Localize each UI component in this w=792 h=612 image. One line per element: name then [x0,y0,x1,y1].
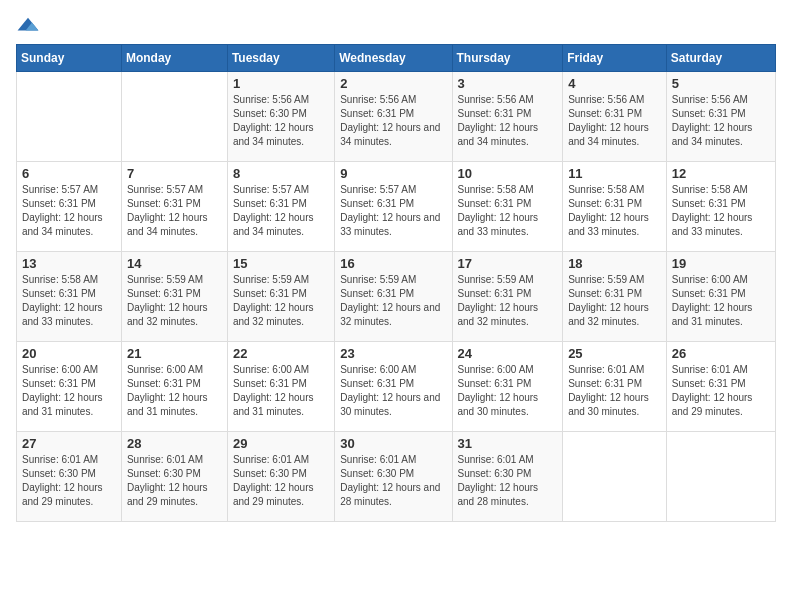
day-info: Sunrise: 6:00 AM Sunset: 6:31 PM Dayligh… [127,363,222,419]
calendar-header: SundayMondayTuesdayWednesdayThursdayFrid… [17,45,776,72]
calendar-cell: 7Sunrise: 5:57 AM Sunset: 6:31 PM Daylig… [121,162,227,252]
day-info: Sunrise: 5:56 AM Sunset: 6:30 PM Dayligh… [233,93,329,149]
day-info: Sunrise: 5:58 AM Sunset: 6:31 PM Dayligh… [458,183,558,239]
calendar-cell [121,72,227,162]
day-info: Sunrise: 6:00 AM Sunset: 6:31 PM Dayligh… [340,363,446,419]
calendar-cell: 4Sunrise: 5:56 AM Sunset: 6:31 PM Daylig… [563,72,667,162]
day-info: Sunrise: 5:58 AM Sunset: 6:31 PM Dayligh… [672,183,770,239]
calendar-week-row: 13Sunrise: 5:58 AM Sunset: 6:31 PM Dayli… [17,252,776,342]
logo [16,16,44,34]
calendar-cell [666,432,775,522]
day-number: 28 [127,436,222,451]
day-number: 16 [340,256,446,271]
day-number: 15 [233,256,329,271]
day-number: 5 [672,76,770,91]
calendar-cell: 18Sunrise: 5:59 AM Sunset: 6:31 PM Dayli… [563,252,667,342]
calendar-body: 1Sunrise: 5:56 AM Sunset: 6:30 PM Daylig… [17,72,776,522]
calendar-cell: 28Sunrise: 6:01 AM Sunset: 6:30 PM Dayli… [121,432,227,522]
weekday-header: Wednesday [335,45,452,72]
day-info: Sunrise: 6:00 AM Sunset: 6:31 PM Dayligh… [672,273,770,329]
calendar-cell: 26Sunrise: 6:01 AM Sunset: 6:31 PM Dayli… [666,342,775,432]
day-number: 10 [458,166,558,181]
day-number: 9 [340,166,446,181]
day-number: 18 [568,256,661,271]
day-info: Sunrise: 5:58 AM Sunset: 6:31 PM Dayligh… [568,183,661,239]
day-number: 12 [672,166,770,181]
page-header [16,16,776,34]
calendar-cell: 20Sunrise: 6:00 AM Sunset: 6:31 PM Dayli… [17,342,122,432]
calendar-week-row: 27Sunrise: 6:01 AM Sunset: 6:30 PM Dayli… [17,432,776,522]
day-info: Sunrise: 5:59 AM Sunset: 6:31 PM Dayligh… [127,273,222,329]
calendar-cell: 10Sunrise: 5:58 AM Sunset: 6:31 PM Dayli… [452,162,563,252]
weekday-header: Monday [121,45,227,72]
weekday-header: Sunday [17,45,122,72]
day-info: Sunrise: 6:00 AM Sunset: 6:31 PM Dayligh… [22,363,116,419]
day-info: Sunrise: 5:59 AM Sunset: 6:31 PM Dayligh… [458,273,558,329]
day-number: 27 [22,436,116,451]
day-number: 21 [127,346,222,361]
day-info: Sunrise: 5:56 AM Sunset: 6:31 PM Dayligh… [340,93,446,149]
calendar-cell: 22Sunrise: 6:00 AM Sunset: 6:31 PM Dayli… [227,342,334,432]
day-number: 19 [672,256,770,271]
day-info: Sunrise: 6:01 AM Sunset: 6:31 PM Dayligh… [672,363,770,419]
day-number: 25 [568,346,661,361]
day-number: 6 [22,166,116,181]
day-number: 13 [22,256,116,271]
day-number: 30 [340,436,446,451]
day-number: 17 [458,256,558,271]
calendar-cell: 11Sunrise: 5:58 AM Sunset: 6:31 PM Dayli… [563,162,667,252]
calendar-cell: 25Sunrise: 6:01 AM Sunset: 6:31 PM Dayli… [563,342,667,432]
calendar-cell: 19Sunrise: 6:00 AM Sunset: 6:31 PM Dayli… [666,252,775,342]
day-number: 29 [233,436,329,451]
calendar-cell: 30Sunrise: 6:01 AM Sunset: 6:30 PM Dayli… [335,432,452,522]
calendar-table: SundayMondayTuesdayWednesdayThursdayFrid… [16,44,776,522]
calendar-cell: 21Sunrise: 6:00 AM Sunset: 6:31 PM Dayli… [121,342,227,432]
calendar-cell: 23Sunrise: 6:00 AM Sunset: 6:31 PM Dayli… [335,342,452,432]
calendar-cell: 1Sunrise: 5:56 AM Sunset: 6:30 PM Daylig… [227,72,334,162]
day-number: 1 [233,76,329,91]
day-number: 23 [340,346,446,361]
calendar-cell [563,432,667,522]
day-info: Sunrise: 6:00 AM Sunset: 6:31 PM Dayligh… [233,363,329,419]
day-number: 7 [127,166,222,181]
calendar-cell: 15Sunrise: 5:59 AM Sunset: 6:31 PM Dayli… [227,252,334,342]
calendar-cell: 9Sunrise: 5:57 AM Sunset: 6:31 PM Daylig… [335,162,452,252]
calendar-cell: 16Sunrise: 5:59 AM Sunset: 6:31 PM Dayli… [335,252,452,342]
calendar-cell: 3Sunrise: 5:56 AM Sunset: 6:31 PM Daylig… [452,72,563,162]
day-info: Sunrise: 6:01 AM Sunset: 6:31 PM Dayligh… [568,363,661,419]
calendar-cell: 6Sunrise: 5:57 AM Sunset: 6:31 PM Daylig… [17,162,122,252]
calendar-cell: 13Sunrise: 5:58 AM Sunset: 6:31 PM Dayli… [17,252,122,342]
day-info: Sunrise: 6:01 AM Sunset: 6:30 PM Dayligh… [22,453,116,509]
day-info: Sunrise: 5:57 AM Sunset: 6:31 PM Dayligh… [340,183,446,239]
calendar-cell: 5Sunrise: 5:56 AM Sunset: 6:31 PM Daylig… [666,72,775,162]
weekday-header: Saturday [666,45,775,72]
calendar-cell: 29Sunrise: 6:01 AM Sunset: 6:30 PM Dayli… [227,432,334,522]
day-number: 4 [568,76,661,91]
calendar-cell: 24Sunrise: 6:00 AM Sunset: 6:31 PM Dayli… [452,342,563,432]
day-info: Sunrise: 5:59 AM Sunset: 6:31 PM Dayligh… [233,273,329,329]
calendar-week-row: 6Sunrise: 5:57 AM Sunset: 6:31 PM Daylig… [17,162,776,252]
logo-icon [16,16,40,34]
day-number: 14 [127,256,222,271]
day-info: Sunrise: 6:01 AM Sunset: 6:30 PM Dayligh… [340,453,446,509]
calendar-week-row: 1Sunrise: 5:56 AM Sunset: 6:30 PM Daylig… [17,72,776,162]
day-info: Sunrise: 6:00 AM Sunset: 6:31 PM Dayligh… [458,363,558,419]
calendar-cell [17,72,122,162]
calendar-cell: 31Sunrise: 6:01 AM Sunset: 6:30 PM Dayli… [452,432,563,522]
day-number: 8 [233,166,329,181]
day-info: Sunrise: 6:01 AM Sunset: 6:30 PM Dayligh… [127,453,222,509]
day-number: 2 [340,76,446,91]
day-number: 24 [458,346,558,361]
day-info: Sunrise: 5:56 AM Sunset: 6:31 PM Dayligh… [672,93,770,149]
day-info: Sunrise: 6:01 AM Sunset: 6:30 PM Dayligh… [458,453,558,509]
day-info: Sunrise: 5:59 AM Sunset: 6:31 PM Dayligh… [568,273,661,329]
day-number: 22 [233,346,329,361]
weekday-row: SundayMondayTuesdayWednesdayThursdayFrid… [17,45,776,72]
day-info: Sunrise: 5:57 AM Sunset: 6:31 PM Dayligh… [233,183,329,239]
calendar-cell: 12Sunrise: 5:58 AM Sunset: 6:31 PM Dayli… [666,162,775,252]
day-number: 20 [22,346,116,361]
calendar-cell: 2Sunrise: 5:56 AM Sunset: 6:31 PM Daylig… [335,72,452,162]
day-info: Sunrise: 5:59 AM Sunset: 6:31 PM Dayligh… [340,273,446,329]
weekday-header: Friday [563,45,667,72]
weekday-header: Tuesday [227,45,334,72]
